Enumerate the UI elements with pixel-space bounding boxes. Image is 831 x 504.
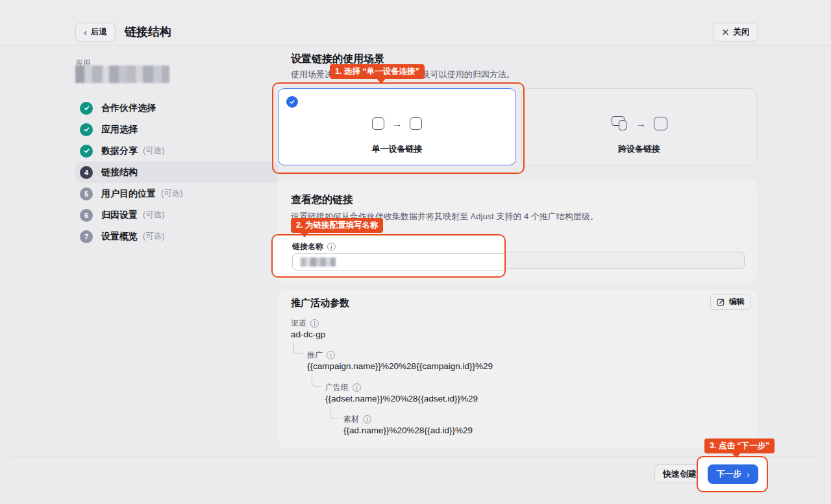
topbar: ‹ 后退 链接结构 ✕ 关闭 (0, 0, 831, 45)
step-optional-tag: (可选) (143, 231, 164, 242)
sidebar-step-partner-selection[interactable]: 合作伙伴选择 (75, 97, 278, 119)
step-optional-tag: (可选) (161, 188, 182, 199)
chevron-left-icon: ‹ (84, 27, 87, 37)
params-title: 推广活动参数 (291, 297, 349, 309)
tree-connector (330, 407, 340, 418)
info-icon[interactable]: i (327, 351, 335, 359)
cross-device-icon: → (522, 116, 756, 130)
sidebar-step-data-sharing[interactable]: 数据分享 (可选) (75, 140, 278, 162)
close-button-label: 关闭 (734, 27, 750, 38)
campaign-level-label: 推广 i (307, 350, 335, 361)
sidebar-step-app-selection[interactable]: 应用选择 (75, 119, 278, 140)
link-name-input[interactable] (292, 253, 506, 270)
back-button[interactable]: ‹ 后退 (75, 23, 116, 42)
sidebar-step-link-structure[interactable]: 4 链接结构 (75, 162, 278, 183)
step-label: 链接结构 (101, 167, 138, 178)
adgroup-level-label: 广告组 i (325, 382, 361, 393)
step-label: 用户目的位置 (101, 188, 156, 200)
app-name-redacted (75, 66, 169, 83)
sidebar-step-attribution-settings[interactable]: 6 归因设置 (可选) (75, 204, 278, 226)
step-number-badge: 5 (80, 187, 93, 200)
info-icon[interactable]: i (353, 383, 361, 392)
step-number-badge: 6 (80, 209, 93, 222)
guide-highlight-single-device (272, 82, 525, 174)
step-label: 归因设置 (101, 210, 138, 221)
step-done-check-icon (80, 123, 93, 136)
creative-level-value: {{ad.name}}%20%28{{ad.id}}%29 (343, 426, 473, 435)
info-icon[interactable]: i (327, 243, 336, 251)
close-icon: ✕ (721, 27, 730, 37)
step-label: 设置概览 (101, 231, 138, 243)
edit-pencil-icon (717, 298, 725, 306)
step-done-check-icon (80, 102, 93, 115)
sidebar-step-user-destination[interactable]: 5 用户目的位置 (可选) (75, 183, 278, 204)
step-label: 应用选择 (101, 124, 138, 136)
info-icon[interactable]: i (363, 415, 371, 424)
step-label: 数据分享 (101, 145, 138, 157)
adgroup-level-value: {{adset.name}}%20%28{{adset.id}}%29 (325, 394, 478, 403)
step-done-check-icon (80, 145, 93, 158)
sidebar-step-settings-overview[interactable]: 7 设置概览 (可选) (75, 226, 278, 247)
info-icon[interactable]: i (310, 319, 319, 328)
step-number-badge: 4 (80, 166, 93, 179)
link-wizard-screen: ‹ 后退 链接结构 ✕ 关闭 应用 合作伙伴选择 应用选择 数据分享 (0, 0, 831, 504)
chevron-right-icon: › (747, 470, 749, 479)
guide-tooltip-step1: 1. 选择 “单一设备连接” (330, 64, 425, 79)
link-name-label: 链接名称 i (292, 241, 336, 252)
link-name-value-redacted (301, 258, 336, 267)
option-cross-device-link[interactable]: → 跨设备链接 (521, 88, 757, 165)
review-title: 查看您的链接 (291, 193, 353, 207)
close-button[interactable]: ✕ 关闭 (713, 23, 758, 42)
campaign-level-value: {{campaign.name}}%20%28{{campaign.id}}%2… (307, 361, 493, 371)
guide-highlight-link-name: 链接名称 i (271, 234, 506, 278)
channel-value: ad-dc-gp (291, 330, 325, 339)
tree-connector (293, 343, 303, 354)
next-button[interactable]: 下一步 › (708, 464, 758, 484)
guide-tooltip-step3: 3. 点击 “下一步” (704, 438, 775, 453)
next-button-label: 下一步 (716, 468, 741, 480)
creative-level-label: 素材 i (343, 414, 371, 425)
option-label: 跨设备链接 (522, 143, 756, 155)
tree-connector (312, 376, 321, 387)
back-button-label: 后退 (91, 27, 107, 38)
page-title: 链接结构 (125, 24, 171, 40)
quick-create-label: 快速创建 (663, 468, 697, 480)
step-number-badge: 7 (80, 230, 93, 243)
edit-button[interactable]: 编辑 (710, 294, 751, 310)
channel-label: 渠道 i (291, 318, 319, 329)
guide-tooltip-step2: 2. 为链接配置填写名称 (291, 218, 383, 233)
step-optional-tag: (可选) (143, 210, 164, 221)
edit-button-label: 编辑 (729, 296, 745, 307)
step-optional-tag: (可选) (143, 145, 164, 156)
step-label: 合作伙伴选择 (101, 102, 156, 114)
campaign-params-card: 推广活动参数 编辑 渠道 i ad-dc-gp 推广 i {{campaign.… (278, 290, 757, 448)
